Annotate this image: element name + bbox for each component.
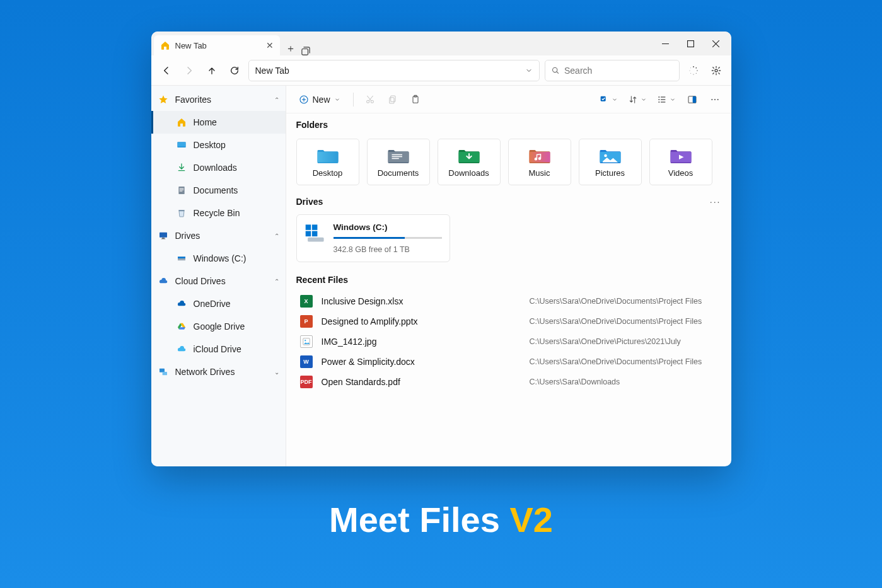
svg-rect-60 <box>311 224 317 230</box>
svg-rect-27 <box>178 257 185 258</box>
refresh-button[interactable] <box>226 62 243 79</box>
maximize-button[interactable] <box>678 32 704 55</box>
select-button[interactable] <box>596 95 620 105</box>
select-icon <box>599 95 609 105</box>
drives-more-button[interactable]: ··· <box>710 197 721 207</box>
chevron-down-icon: ⌄ <box>274 369 279 376</box>
recent-file-row[interactable]: XInclusive Design.xlsxC:\Users\Sara\OneD… <box>296 291 721 311</box>
preview-pane-button[interactable] <box>683 91 701 108</box>
svg-rect-33 <box>390 96 395 101</box>
sidebar-group-drives[interactable]: Drives ⌃ <box>151 224 286 247</box>
recent-list: XInclusive Design.xlsxC:\Users\Sara\OneD… <box>286 289 731 402</box>
folder-name: Videos <box>668 168 693 178</box>
sidebar-item-gdrive[interactable]: Google Drive <box>151 315 286 338</box>
more-button[interactable] <box>706 91 724 108</box>
svg-point-65 <box>305 340 306 341</box>
svg-rect-24 <box>162 238 165 238</box>
svg-point-15 <box>715 69 717 72</box>
tab-close-button[interactable]: ✕ <box>266 40 274 50</box>
network-icon <box>158 366 169 378</box>
svg-rect-61 <box>305 231 311 237</box>
sidebar-item-home[interactable]: Home <box>151 111 286 134</box>
back-button[interactable] <box>158 62 175 79</box>
up-button[interactable] <box>203 62 221 79</box>
address-text: New Tab <box>255 66 525 76</box>
recycle-icon <box>176 207 187 219</box>
sidebar-item-documents[interactable]: Documents <box>151 179 286 202</box>
folder-card-pictures[interactable]: Pictures <box>579 139 642 185</box>
sidebar-item-icloud[interactable]: iCloud Drive <box>151 338 286 360</box>
folder-card-documents[interactable]: Documents <box>367 139 430 185</box>
gdrive-icon <box>176 321 187 332</box>
file-path: C:\Users\Sara\Downloads <box>530 378 620 386</box>
svg-rect-53 <box>392 158 398 159</box>
file-name: Inclusive Design.xlsx <box>322 296 530 306</box>
file-path: C:\Users\Sara\OneDrive\Pictures\2021\Jul… <box>530 337 681 346</box>
recent-file-row[interactable]: IMG_1412.jpgC:\Users\Sara\OneDrive\Pictu… <box>296 331 721 352</box>
svg-point-7 <box>693 66 694 67</box>
sidebar-item-desktop[interactable]: Desktop <box>151 134 286 156</box>
address-bar[interactable]: New Tab <box>248 60 540 81</box>
paste-button[interactable] <box>407 91 424 108</box>
new-label: New <box>313 95 330 105</box>
svg-rect-23 <box>160 233 167 238</box>
svg-rect-17 <box>178 142 185 147</box>
sidebar-group-favorites[interactable]: Favorites ⌃ <box>151 88 286 111</box>
svg-rect-22 <box>178 210 184 210</box>
sidebar-item-drive-c[interactable]: Windows (C:) <box>151 247 286 270</box>
sort-button[interactable] <box>625 95 649 105</box>
copy-button[interactable] <box>384 91 402 108</box>
close-button[interactable] <box>704 32 729 55</box>
sidebar-group-cloud[interactable]: Cloud Drives ⌃ <box>151 270 286 292</box>
settings-button[interactable] <box>707 62 725 79</box>
drive-name: Windows (C:) <box>334 222 442 232</box>
svg-rect-0 <box>301 49 308 55</box>
content-area: New Folders DesktopDocumentsDownloadsMus… <box>286 86 731 466</box>
navigation-toolbar: New Tab <box>151 55 731 86</box>
svg-rect-2 <box>688 40 694 47</box>
sort-icon <box>628 95 638 105</box>
folder-card-downloads[interactable]: Downloads <box>438 139 501 185</box>
svg-rect-19 <box>179 188 183 189</box>
svg-point-8 <box>695 67 697 68</box>
forward-button[interactable] <box>180 62 198 79</box>
new-button[interactable]: New <box>294 90 345 109</box>
svg-point-5 <box>552 67 557 72</box>
sidebar-item-downloads[interactable]: Downloads <box>151 156 286 179</box>
search-box[interactable] <box>545 60 680 81</box>
sidebar-group-network[interactable]: Network Drives ⌄ <box>151 360 286 383</box>
folders-grid: DesktopDocumentsDownloadsMusicPicturesVi… <box>286 134 731 190</box>
new-tab-button[interactable]: ＋ <box>280 42 301 55</box>
search-input[interactable] <box>564 66 673 76</box>
folder-card-desktop[interactable]: Desktop <box>296 139 359 185</box>
tabs-icon <box>301 47 310 55</box>
layout-button[interactable] <box>654 95 678 105</box>
folder-card-music[interactable]: Music <box>508 139 571 185</box>
folder-card-videos[interactable]: Videos <box>649 139 712 185</box>
tab-overview-button[interactable] <box>301 47 323 55</box>
svg-rect-21 <box>179 191 182 192</box>
content-toolbar: New <box>286 86 731 113</box>
sidebar: Favorites ⌃ Home Desktop Downloads Docum… <box>151 86 286 466</box>
sidebar-item-recycle[interactable]: Recycle Bin <box>151 202 286 224</box>
svg-rect-62 <box>311 231 317 237</box>
monitor-icon <box>158 230 169 241</box>
chevron-down-icon[interactable] <box>525 67 533 74</box>
recent-file-row[interactable]: PDesigned to Amplify.pptxC:\Users\Sara\O… <box>296 311 721 331</box>
svg-point-46 <box>711 98 712 100</box>
tab-bar: New Tab ✕ ＋ <box>151 32 731 55</box>
tab[interactable]: New Tab ✕ <box>154 35 280 55</box>
file-name: Designed to Amplify.pptx <box>322 316 530 326</box>
drive-free-text: 342.8 GB free of 1 TB <box>334 245 442 254</box>
svg-rect-45 <box>692 96 695 103</box>
cut-button[interactable] <box>361 91 379 108</box>
recent-file-row[interactable]: WPower & Simplicity.docxC:\Users\Sara\On… <box>296 352 721 372</box>
minimize-button[interactable] <box>653 32 678 55</box>
recent-file-row[interactable]: PDFOpen Standards.pdfC:\Users\Sara\Downl… <box>296 372 721 392</box>
documents-icon <box>176 185 187 196</box>
file-type-icon: X <box>300 295 313 308</box>
sidebar-item-onedrive[interactable]: OneDrive <box>151 292 286 315</box>
drive-card[interactable]: Windows (C:) 342.8 GB free of 1 TB <box>296 214 450 262</box>
svg-rect-43 <box>661 101 665 102</box>
search-icon <box>552 66 560 75</box>
